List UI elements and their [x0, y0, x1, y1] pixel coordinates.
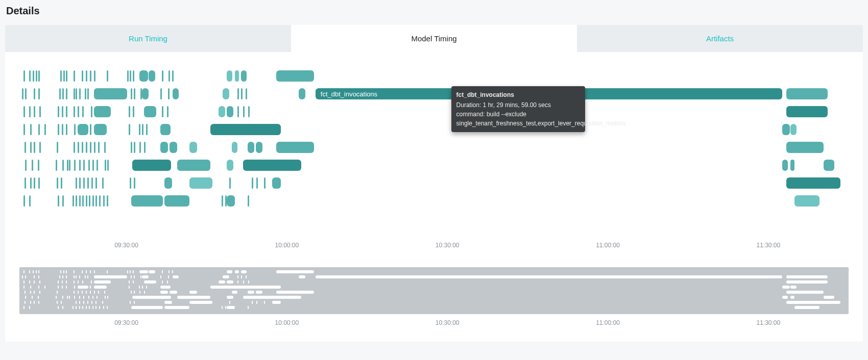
gantt-tick[interactable] [241, 88, 243, 99]
gantt-tick[interactable] [90, 70, 91, 82]
gantt-tick[interactable] [168, 70, 170, 82]
gantt-bar[interactable] [786, 106, 828, 117]
gantt-tick[interactable] [105, 160, 106, 171]
gantt-tick[interactable] [102, 177, 104, 189]
gantt-tick[interactable] [30, 177, 32, 189]
gantt-tick[interactable] [29, 195, 31, 207]
gantt-tick[interactable] [34, 88, 35, 99]
gantt-tick[interactable] [67, 160, 68, 171]
gantt-tick[interactable] [129, 106, 130, 117]
gantt-tick[interactable] [256, 177, 258, 189]
gantt-tick[interactable] [237, 106, 239, 117]
gantt-tick[interactable] [107, 70, 108, 82]
gantt-tick[interactable] [23, 106, 25, 117]
gantt-tick[interactable] [62, 124, 63, 135]
gantt-tick[interactable] [23, 195, 25, 207]
gantt-tick[interactable] [248, 106, 250, 117]
gantt-tick[interactable] [34, 106, 35, 117]
gantt-bar[interactable] [132, 160, 171, 171]
gantt-tick[interactable] [38, 177, 40, 189]
gantt-tick[interactable] [57, 142, 58, 153]
gantt-bar[interactable] [78, 124, 88, 135]
gantt-tick[interactable] [133, 70, 134, 82]
gantt-tick[interactable] [76, 195, 77, 207]
gantt-tick[interactable] [131, 88, 132, 99]
gantt-tick[interactable] [131, 142, 132, 153]
gantt-tick[interactable] [99, 195, 101, 207]
gantt-tick[interactable] [32, 160, 33, 171]
gantt-tick[interactable] [78, 142, 79, 153]
gantt-tick[interactable] [57, 177, 58, 189]
gantt-bar[interactable] [786, 88, 828, 99]
tab-model-timing[interactable]: Model Timing [291, 25, 577, 52]
gantt-tick[interactable] [58, 124, 59, 135]
gantt-tick[interactable] [94, 142, 95, 153]
gantt-tick[interactable] [92, 160, 94, 171]
gantt-tick[interactable] [83, 160, 85, 171]
gantt-tick[interactable] [74, 106, 75, 117]
gantt-tick[interactable] [243, 106, 245, 117]
gantt-tick[interactable] [74, 88, 75, 99]
gantt-tick[interactable] [29, 70, 31, 82]
gantt-bar[interactable] [790, 124, 796, 135]
gantt-tick[interactable] [44, 124, 46, 135]
gantt-bar[interactable] [227, 70, 232, 82]
gantt-tick[interactable] [168, 88, 170, 99]
gantt-bar[interactable] [149, 70, 155, 82]
gantt-tick[interactable] [66, 124, 67, 135]
gantt-bar[interactable] [170, 142, 177, 153]
gantt-tick[interactable] [74, 124, 76, 135]
gantt-tick[interactable] [34, 177, 35, 189]
gantt-bar[interactable] [276, 70, 314, 82]
gantt-tick[interactable] [139, 124, 140, 135]
gantt-tick[interactable] [62, 195, 64, 207]
gantt-bar[interactable] [790, 160, 794, 171]
gantt-bar[interactable] [142, 88, 149, 99]
gantt-bar[interactable] [299, 88, 305, 99]
gantt-tick[interactable] [127, 70, 129, 82]
gantt-tick[interactable] [172, 70, 174, 82]
gantt-tick[interactable] [38, 160, 39, 171]
gantt-tick[interactable] [139, 142, 141, 153]
gantt-bar[interactable] [256, 142, 262, 153]
gantt-tick[interactable] [103, 195, 105, 207]
gantt-bar[interactable] [164, 177, 172, 189]
gantt-tick[interactable] [88, 160, 90, 171]
gantt-tick[interactable] [248, 195, 249, 207]
gantt-tick[interactable] [83, 177, 85, 189]
gantt-tick[interactable] [146, 124, 148, 135]
gantt-tick[interactable] [237, 88, 239, 99]
gantt-tick[interactable] [78, 106, 79, 117]
gantt-bar[interactable] [160, 142, 168, 153]
gantt-tick[interactable] [62, 106, 63, 117]
tab-artifacts[interactable]: Artifacts [577, 25, 863, 52]
gantt-tick[interactable] [25, 177, 26, 189]
gantt-tick[interactable] [22, 88, 23, 99]
gantt-bar[interactable] [786, 177, 840, 189]
gantt-tick[interactable] [107, 195, 108, 207]
gantt-tick[interactable] [25, 142, 26, 153]
gantt-tick[interactable] [134, 142, 135, 153]
gantt-bar[interactable] [235, 70, 239, 82]
gantt-tick[interactable] [104, 142, 106, 153]
gantt-tick[interactable] [92, 195, 94, 207]
gantt-bar[interactable] [164, 195, 189, 207]
gantt-tick[interactable] [89, 195, 90, 207]
gantt-tick[interactable] [162, 106, 163, 117]
gantt-tick[interactable] [76, 177, 77, 189]
gantt-bar[interactable] [232, 142, 237, 153]
gantt-bar[interactable] [160, 124, 170, 135]
gantt-bar[interactable] [241, 70, 247, 82]
gantt-tick[interactable] [86, 142, 87, 153]
gantt-tick[interactable] [130, 70, 131, 82]
gantt-bar[interactable] [177, 160, 210, 171]
gantt-tick[interactable] [79, 88, 81, 99]
gantt-tick[interactable] [144, 142, 146, 153]
gantt-tick[interactable] [94, 70, 95, 82]
gantt-tick[interactable] [82, 195, 84, 207]
gantt-tick[interactable] [29, 106, 31, 117]
gantt-tick[interactable] [87, 177, 89, 189]
gantt-bar[interactable] [227, 195, 235, 207]
gantt-tick[interactable] [25, 88, 27, 99]
gantt-tick[interactable] [73, 195, 74, 207]
